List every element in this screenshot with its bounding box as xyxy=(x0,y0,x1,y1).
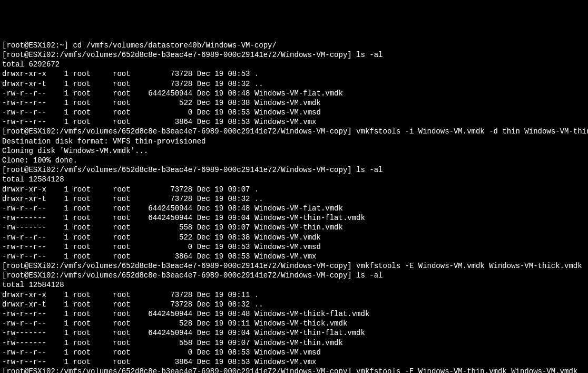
terminal-output[interactable]: [root@ESXi02:~] cd /vmfs/volumes/datasto… xyxy=(2,41,586,373)
terminal-text: [root@ESXi02:~] cd /vmfs/volumes/datasto… xyxy=(2,41,588,373)
